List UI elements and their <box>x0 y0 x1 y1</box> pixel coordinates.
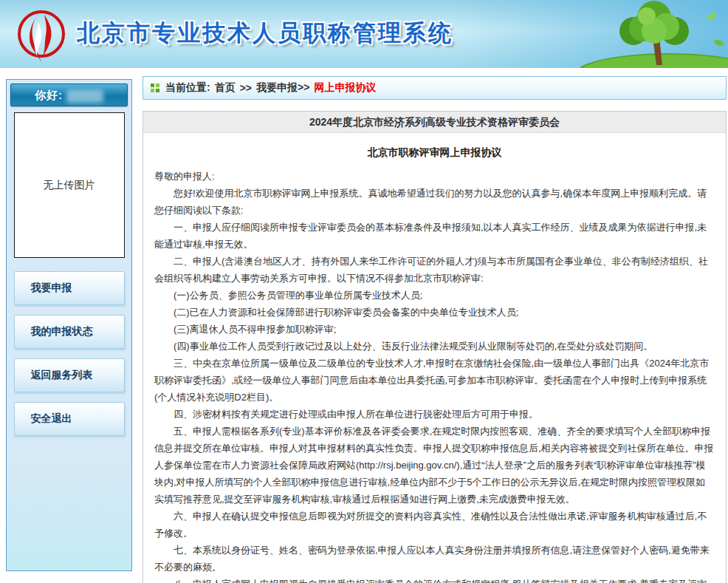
sidebar-menu: 我要申报 我的申报状态 返回服务列表 安全退出 <box>7 271 131 436</box>
sidebar-menu-button[interactable]: 返回服务列表 <box>14 358 125 392</box>
sidebar-menu-button[interactable]: 安全退出 <box>14 402 125 436</box>
breadcrumb-link-home[interactable]: 首页 <box>215 81 236 95</box>
user-name-redacted <box>66 90 103 103</box>
breadcrumb-separator: >> <box>240 82 252 94</box>
photo-placeholder: 无上传图片 <box>14 112 125 258</box>
agreement-paragraph: 四、涉密材料按有关规定进行处理或由申报人所在单位进行脱密处理后方可用于申报。 <box>154 406 715 423</box>
agreement-paragraph: 二、申报人(含港澳台地区人才、持有外国人来华工作许可证的外籍人才)须与本市所属国… <box>154 253 715 287</box>
tree-illustration <box>580 0 728 68</box>
sidebar-menu-button[interactable]: 我要申报 <box>14 271 125 305</box>
main-area: 当前位置: 首页 >> 我要申报>> 网上申报协议 2024年度北京市经济系列高… <box>142 76 727 583</box>
agreement-paragraph: 七、本系统以身份证号、姓名、密码为登录依据,申报人应以本人真实身份注册并填报所有… <box>154 542 715 576</box>
app-title: 北京市专业技术人员职称管理系统 <box>77 18 453 49</box>
agreement-paragraphs: 您好!欢迎使用北京市职称评审网上申报系统。真诚地希望通过我们的努力以及您的认真参… <box>154 185 715 583</box>
agreement-paragraph: (一)公务员、参照公务员管理的事业单位所属专业技术人员; <box>154 287 715 304</box>
agreement-paragraph: 六、申报人在确认提交申报信息后即视为对所提交的资料内容真实性、准确性以及合法性做… <box>154 508 715 542</box>
breadcrumb-link-apply[interactable]: 我要申报>> <box>256 81 309 95</box>
agreement-paragraph: (二)已在人力资源和社会保障部进行职称评审委员会备案的中央单位专业技术人员; <box>154 304 715 321</box>
app-header: 北京市专业技术人员职称管理系统 <box>0 0 728 68</box>
agreement-paragraph: 三、中央在京单位所属一级单位及二级单位的专业技术人才,申报时在京缴纳社会保险,由… <box>154 355 715 406</box>
grid-icon <box>151 83 159 92</box>
agreement-paragraph: (三)离退休人员不得申报参加职称评审; <box>154 321 715 338</box>
photo-placeholder-text: 无上传图片 <box>44 179 95 192</box>
agreement-paragraph: 您好!欢迎使用北京市职称评审网上申报系统。真诚地希望通过我们的努力以及您的认真参… <box>154 185 715 219</box>
sidebar: 你好: 无上传图片 我要申报 我的申报状态 返回服务列表 安全退出 <box>6 79 132 571</box>
greeting-label: 你好: <box>35 89 63 101</box>
agreement-paragraph: 八、申报人完成网上申报即视为自愿接受申报评审委员会的评价方式和规定程序,服从答辩… <box>154 576 715 583</box>
breadcrumb: 当前位置: 首页 >> 我要申报>> 网上申报协议 <box>142 76 727 100</box>
agreement-paragraph: (四)事业单位工作人员受到行政记过及以上处分、违反行业法律法规受到从业限制等处罚… <box>154 338 715 355</box>
breadcrumb-prefix: 当前位置: <box>165 81 210 95</box>
greeting-bar: 你好: <box>10 83 128 106</box>
agreement-panel: 2024年度北京市经济系列高级专业技术资格评审委员会 北京市职称评审网上申报协议… <box>142 111 727 583</box>
agreement-title: 北京市职称评审网上申报协议 <box>154 146 715 160</box>
committee-title: 2024年度北京市经济系列高级专业技术资格评审委员会 <box>143 112 726 133</box>
sidebar-menu-button[interactable]: 我的申报状态 <box>14 315 125 349</box>
agreement-paragraph: 一、申报人应仔细阅读所申报专业评审委员会的基本标准条件及申报须知,以本人真实工作… <box>154 219 715 253</box>
agreement-content: 北京市职称评审网上申报协议 尊敬的申报人: 您好!欢迎使用北京市职称评审网上申报… <box>143 133 726 583</box>
flame-logo-icon <box>12 4 71 64</box>
agreement-paragraph: 五、申报人需根据各系列(专业)基本评价标准及各评委会要求,在规定时限内按照客观、… <box>154 423 715 508</box>
breadcrumb-current: 网上申报协议 <box>314 81 376 95</box>
salutation: 尊敬的申报人: <box>154 168 715 185</box>
